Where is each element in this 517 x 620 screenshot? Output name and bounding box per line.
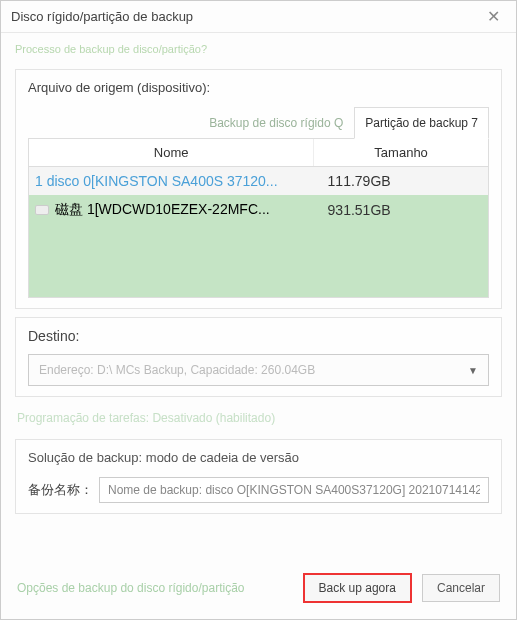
cell-name: 磁盘 1[WDCWD10EZEX-22MFC... <box>35 201 298 219</box>
schedule-link[interactable]: Programação de tarefas: Desativado (habi… <box>1 405 516 431</box>
destination-value: Endereço: D:\ MCs Backup, Capacidade: 26… <box>39 363 315 377</box>
backup-now-button[interactable]: Back up agora <box>303 573 412 603</box>
col-size: Tamanho <box>314 139 488 166</box>
table-body: 1 disco 0[KINGSTON SA400S 37120... 111.7… <box>29 167 488 297</box>
footer: Opções de backup do disco rígido/partiçã… <box>1 563 516 619</box>
table-row[interactable]: 磁盘 1[WDCWD10EZEX-22MFC... 931.51GB <box>29 195 488 225</box>
table-header: Nome Tamanho <box>29 139 488 167</box>
backup-name-row: 备份名称： <box>28 477 489 503</box>
source-tabs: Backup de disco rígido Q Partição de bac… <box>28 107 489 139</box>
solution-text: Solução de backup: modo de cadeia de ver… <box>28 450 489 465</box>
destination-label: Destino: <box>28 328 489 344</box>
disk-name-text: 磁盘 1[WDCWD10EZEX-22MFC... <box>55 201 270 219</box>
destination-panel: Destino: Endereço: D:\ MCs Backup, Capac… <box>15 317 502 397</box>
tab-partition-backup[interactable]: Partição de backup 7 <box>354 107 489 139</box>
source-label: Arquivo de origem (dispositivo): <box>28 80 489 95</box>
cell-size: 111.79GB <box>298 173 482 189</box>
source-table: Nome Tamanho 1 disco 0[KINGSTON SA400S 3… <box>28 138 489 298</box>
solution-panel: Solução de backup: modo de cadeia de ver… <box>15 439 502 514</box>
breadcrumb[interactable]: Processo de backup de disco/partição? <box>1 33 516 61</box>
col-name: Nome <box>29 139 314 166</box>
cell-name: 1 disco 0[KINGSTON SA400S 37120... <box>35 173 298 189</box>
backup-name-label: 备份名称： <box>28 481 93 499</box>
cancel-button[interactable]: Cancelar <box>422 574 500 602</box>
chevron-down-icon: ▼ <box>468 365 478 376</box>
disk-name-text: 1 disco 0[KINGSTON SA400S 37120... <box>35 173 278 189</box>
window-title: Disco rígido/partição de backup <box>11 9 193 24</box>
close-icon[interactable]: ✕ <box>481 7 506 26</box>
backup-name-input[interactable] <box>99 477 489 503</box>
titlebar: Disco rígido/partição de backup ✕ <box>1 1 516 33</box>
tab-disk-backup[interactable]: Backup de disco rígido Q <box>198 107 354 139</box>
cell-size: 931.51GB <box>298 202 482 218</box>
dialog-window: Disco rígido/partição de backup ✕ Proces… <box>0 0 517 620</box>
table-row[interactable]: 1 disco 0[KINGSTON SA400S 37120... 111.7… <box>29 167 488 195</box>
source-panel: Arquivo de origem (dispositivo): Backup … <box>15 69 502 309</box>
disk-icon <box>35 205 49 215</box>
destination-select[interactable]: Endereço: D:\ MCs Backup, Capacidade: 26… <box>28 354 489 386</box>
options-link[interactable]: Opções de backup do disco rígido/partiçã… <box>17 581 244 595</box>
footer-buttons: Back up agora Cancelar <box>303 573 500 603</box>
